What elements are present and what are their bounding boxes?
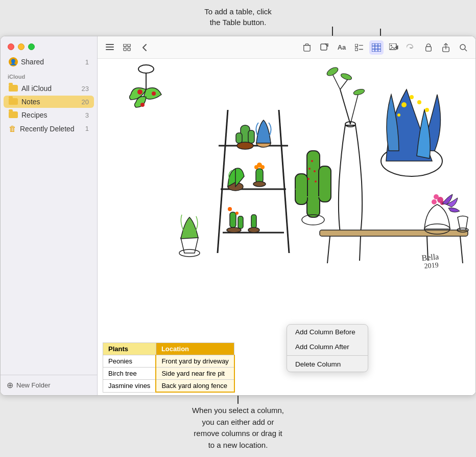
note-table-container: Plants Location Peonies Front yard by dr… — [103, 342, 235, 393]
svg-point-58 — [248, 227, 259, 233]
sidebar-item-shared[interactable]: 👤 Shared 1 — [4, 55, 94, 68]
table-cell-plant-3: Jasmine vines — [103, 380, 156, 393]
table-row: Peonies Front yard by driveway — [103, 355, 234, 368]
svg-point-67 — [314, 170, 316, 172]
plus-icon: ⊕ — [7, 380, 13, 390]
compose-button[interactable] — [317, 40, 331, 55]
trash-icon: 🗑 — [9, 124, 16, 133]
close-button[interactable] — [8, 43, 14, 50]
delete-column-item[interactable]: Delete Column — [287, 357, 368, 372]
top-annotation-line1: To add a table, click — [204, 7, 272, 16]
svg-rect-52 — [230, 212, 236, 227]
svg-point-93 — [434, 194, 439, 199]
table-cell-location-3: Back yard along fence — [156, 380, 234, 393]
table-row: Jasmine vines Back yard along fence — [103, 380, 234, 393]
folder-icon — [9, 85, 18, 92]
table-header-location: Location — [156, 343, 234, 355]
sidebar-item-notes[interactable]: Notes 20 — [4, 96, 94, 108]
svg-rect-57 — [251, 215, 256, 228]
svg-point-80 — [401, 102, 407, 107]
new-folder-button[interactable]: ⊕ New Folder — [1, 375, 97, 395]
svg-point-82 — [417, 100, 421, 104]
folder-icon-notes — [9, 98, 18, 105]
sidebar-item-all-icloud[interactable]: All iCloud 23 — [4, 82, 94, 95]
back-button[interactable] — [137, 40, 152, 55]
delete-button[interactable] — [300, 40, 314, 55]
content-area: Aa — [98, 36, 475, 395]
link-button[interactable] — [404, 40, 418, 55]
sidebar-item-label-recipes: Recipes — [21, 111, 47, 119]
traffic-lights — [1, 36, 97, 55]
svg-point-91 — [432, 199, 437, 204]
bottom-annotation-line3: remove columns or drag it — [194, 429, 282, 438]
media-button[interactable] — [387, 40, 401, 55]
svg-rect-3 — [124, 44, 126, 47]
sidebar: 👤 Shared 1 iCloud All iCloud 23 Notes 20 — [1, 36, 98, 395]
svg-rect-30 — [105, 59, 468, 273]
svg-rect-0 — [106, 44, 114, 45]
table-cell-location-1: Front yard by driveway — [156, 355, 234, 368]
notes-count: 20 — [82, 98, 89, 106]
svg-point-81 — [410, 95, 414, 99]
svg-rect-18 — [372, 43, 381, 52]
maximize-button[interactable] — [28, 43, 35, 50]
svg-point-34 — [152, 92, 156, 96]
format-button[interactable]: Aa — [335, 40, 349, 55]
search-button[interactable] — [456, 40, 470, 55]
lock-button[interactable] — [421, 40, 436, 55]
svg-point-35 — [140, 103, 145, 107]
svg-point-56 — [235, 212, 239, 215]
svg-rect-59 — [307, 151, 320, 217]
add-column-before-item[interactable]: Add Column Before — [287, 325, 368, 339]
sidebar-item-recently-deleted[interactable]: 🗑 Recently Deleted 1 — [4, 122, 94, 135]
svg-rect-6 — [128, 48, 130, 50]
recently-deleted-count: 1 — [85, 125, 89, 132]
svg-rect-42 — [236, 133, 242, 143]
svg-point-65 — [311, 160, 313, 162]
svg-point-54 — [227, 227, 241, 233]
svg-rect-16 — [355, 48, 358, 50]
shared-count: 1 — [85, 58, 89, 66]
shared-label: Shared — [21, 58, 44, 66]
callout-line-top — [380, 29, 381, 36]
table-header-plants: Plants — [103, 343, 156, 355]
toolbar: Aa — [98, 36, 475, 59]
grid-view-button[interactable] — [120, 40, 134, 55]
svg-rect-4 — [128, 44, 130, 47]
checklist-button[interactable] — [352, 40, 366, 55]
plant-illustration: Bella 2019 — [98, 59, 475, 273]
bottom-annotation-line1: When you select a column, — [192, 406, 284, 415]
new-folder-label: New Folder — [16, 381, 50, 389]
table-button[interactable] — [369, 40, 384, 55]
svg-point-48 — [253, 181, 266, 187]
sidebar-item-recipes[interactable]: Recipes 3 — [4, 109, 94, 121]
top-annotation: To add a table, click the Table button. — [0, 0, 476, 36]
table-cell-location-2: Side yard near fire pit — [156, 368, 234, 380]
note-table: Plants Location Peonies Front yard by dr… — [103, 342, 235, 393]
svg-rect-14 — [355, 44, 358, 47]
context-menu-arrow — [338, 324, 346, 325]
note-drawing-area: Bella 2019 Plants — [98, 59, 475, 395]
svg-point-24 — [391, 44, 392, 46]
list-view-button[interactable] — [103, 40, 117, 55]
top-annotation-line2: the Table button. — [210, 18, 267, 27]
svg-point-69 — [315, 180, 317, 182]
svg-rect-53 — [238, 216, 243, 228]
sidebar-item-label-all-icloud: All iCloud — [21, 84, 52, 93]
all-icloud-count: 23 — [82, 85, 89, 93]
svg-rect-7 — [304, 45, 310, 51]
svg-rect-1 — [106, 47, 114, 48]
table-cell-plant-2: Birch tree — [103, 368, 156, 380]
svg-point-55 — [228, 207, 232, 211]
bottom-annotation-line2: you can either add or — [202, 418, 274, 426]
svg-point-51 — [260, 165, 265, 169]
add-column-after-item[interactable]: Add Column After — [287, 339, 368, 354]
share-button[interactable] — [439, 40, 453, 55]
table-cell-plant-1: Peonies — [103, 355, 156, 368]
svg-point-68 — [307, 178, 310, 180]
context-menu: Add Column Before Add Column After Delet… — [287, 324, 368, 372]
svg-point-50 — [254, 165, 258, 169]
minimize-button[interactable] — [18, 43, 25, 50]
svg-rect-43 — [248, 130, 254, 143]
sidebar-item-label-notes: Notes — [21, 98, 40, 106]
